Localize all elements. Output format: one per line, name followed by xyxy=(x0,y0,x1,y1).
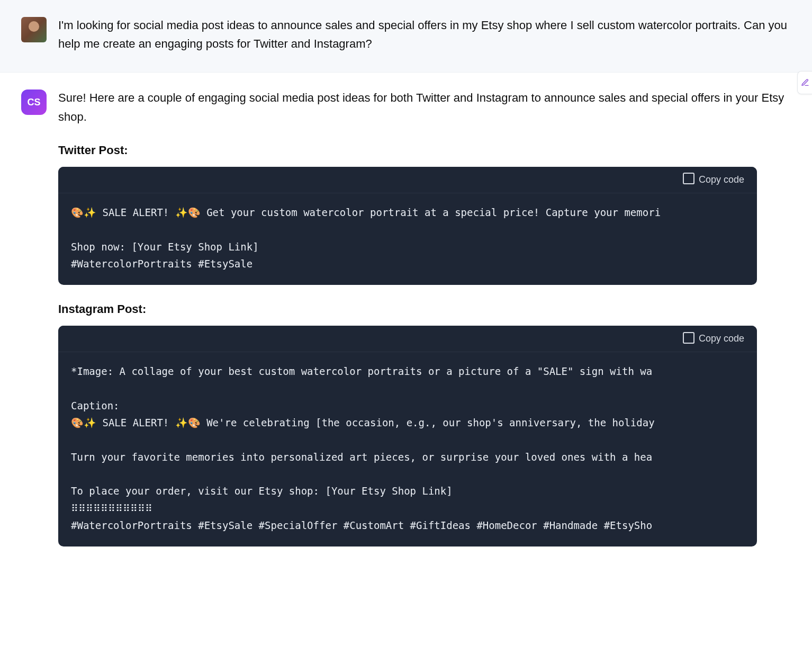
assistant-message: CS Sure! Here are a couple of engaging s… xyxy=(0,73,812,568)
instagram-code-block: Copy code *Image: A collage of your best… xyxy=(58,326,757,547)
user-message: I'm looking for social media post ideas … xyxy=(0,0,812,73)
instagram-code-body[interactable]: *Image: A collage of your best custom wa… xyxy=(58,352,757,547)
assistant-intro: Sure! Here are a couple of engaging soci… xyxy=(58,88,791,126)
user-text: I'm looking for social media post ideas … xyxy=(58,16,791,53)
instagram-heading: Instagram Post: xyxy=(58,300,791,318)
assistant-message-body: Sure! Here are a couple of engaging soci… xyxy=(58,87,791,553)
assistant-avatar: CS xyxy=(21,89,47,115)
edit-panel-toggle[interactable] xyxy=(797,71,812,94)
twitter-code-body[interactable]: 🎨✨ SALE ALERT! ✨🎨 Get your custom waterc… xyxy=(58,193,757,285)
copy-label: Copy code xyxy=(699,174,744,185)
copy-icon xyxy=(685,175,694,184)
copy-label: Copy code xyxy=(699,333,744,344)
copy-code-button[interactable]: Copy code xyxy=(685,333,744,344)
code-header: Copy code xyxy=(58,167,757,193)
user-avatar xyxy=(21,17,47,42)
copy-icon xyxy=(685,334,694,344)
code-header: Copy code xyxy=(58,326,757,352)
twitter-code-block: Copy code 🎨✨ SALE ALERT! ✨🎨 Get your cus… xyxy=(58,167,757,285)
assistant-avatar-label: CS xyxy=(27,97,40,108)
copy-code-button[interactable]: Copy code xyxy=(685,174,744,185)
pencil-icon xyxy=(801,78,809,87)
twitter-heading: Twitter Post: xyxy=(58,141,791,159)
user-message-body: I'm looking for social media post ideas … xyxy=(58,15,791,57)
